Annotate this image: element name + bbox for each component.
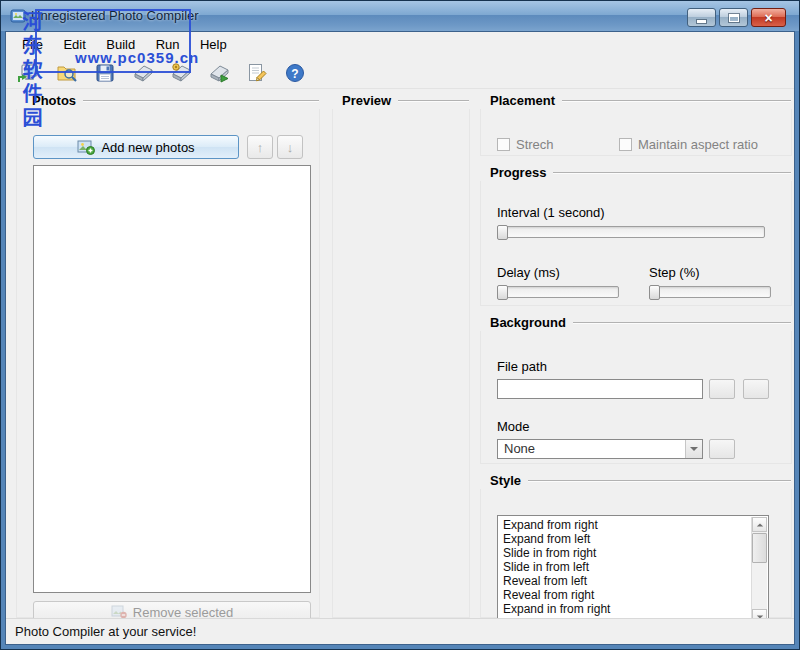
aspect-ratio-label: Maintain aspect ratio	[638, 137, 758, 152]
menu-file[interactable]: File	[14, 35, 51, 54]
mode-dropdown[interactable]: None	[497, 439, 703, 459]
close-button[interactable]: ×	[751, 8, 786, 27]
photos-title: Photos	[26, 93, 76, 108]
interval-slider-thumb[interactable]	[497, 225, 508, 240]
delay-slider-groove	[497, 286, 619, 298]
help-icon: ?	[284, 62, 306, 84]
minimize-button[interactable]	[687, 8, 716, 27]
background-body: File path Mode None	[480, 331, 792, 464]
svg-text:?: ?	[291, 66, 298, 80]
style-list-item[interactable]: Reveal from left	[499, 574, 750, 588]
divider	[528, 480, 791, 482]
help-button[interactable]: ?	[280, 59, 310, 87]
add-photos-button[interactable]: Add new photos	[33, 135, 239, 159]
run-button[interactable]	[204, 59, 234, 87]
scrollbar-thumb[interactable]	[752, 533, 767, 563]
step-label: Step (%)	[649, 265, 700, 280]
compile-settings-icon	[170, 62, 192, 84]
style-list-item[interactable]: Reveal from right	[499, 588, 750, 602]
divider	[83, 100, 319, 102]
move-up-icon: ↑	[257, 140, 264, 155]
step-slider-groove	[649, 286, 771, 298]
status-text: Photo Compiler at your service!	[15, 624, 196, 639]
maximize-button[interactable]	[719, 8, 748, 27]
style-rows: Expand from right Expand from left Slide…	[499, 518, 750, 626]
style-title: Style	[490, 473, 521, 488]
style-list-item[interactable]: Slide in from left	[499, 560, 750, 574]
browse-file-button[interactable]	[709, 379, 735, 399]
client-area: File Edit Build Run Help	[5, 31, 795, 645]
edit-settings-button[interactable]	[242, 59, 272, 87]
divider	[553, 172, 791, 174]
placement-body: Strech Maintain aspect ratio	[480, 109, 792, 156]
menu-help[interactable]: Help	[192, 35, 235, 54]
export-screen-icon	[18, 62, 40, 84]
save-button[interactable]	[90, 59, 120, 87]
delay-slider-thumb[interactable]	[497, 285, 508, 300]
menu-run[interactable]: Run	[148, 35, 188, 54]
photos-listbox[interactable]	[33, 165, 311, 593]
move-down-icon: ↓	[287, 140, 294, 155]
open-folder-button[interactable]	[52, 59, 82, 87]
divider	[573, 322, 791, 324]
preview-title: Preview	[342, 93, 391, 108]
photos-body: Add new photos ↑ ↓ Remove selecte	[16, 109, 320, 618]
export-screen-button[interactable]	[14, 59, 44, 87]
background-panel: Background File path Mode None	[480, 314, 792, 464]
compile-icon	[132, 62, 154, 84]
progress-body: Interval (1 second) Delay (ms) Step (%)	[480, 181, 792, 306]
close-icon: ×	[764, 11, 772, 25]
menu-build[interactable]: Build	[98, 35, 143, 54]
preview-body	[332, 109, 470, 618]
maximize-icon	[729, 14, 739, 22]
run-icon	[208, 62, 230, 84]
clear-file-button[interactable]	[743, 379, 769, 399]
style-list-item[interactable]: Expand from left	[499, 532, 750, 546]
stretch-checkbox[interactable]	[497, 138, 510, 151]
dropdown-arrow-box[interactable]	[685, 440, 702, 458]
menu-bar: File Edit Build Run Help	[6, 32, 794, 57]
mode-apply-button[interactable]	[709, 439, 735, 459]
add-photo-icon	[77, 139, 95, 155]
minimize-icon	[697, 20, 706, 23]
move-up-button[interactable]: ↑	[247, 135, 273, 159]
style-body: Expand from right Expand from left Slide…	[480, 489, 792, 618]
placement-panel: Placement Strech Maintain aspect ratio	[480, 92, 792, 156]
compile-button[interactable]	[128, 59, 158, 87]
compile-settings-button[interactable]	[166, 59, 196, 87]
aspect-ratio-checkbox[interactable]	[619, 138, 632, 151]
style-list-item[interactable]: Expand from right	[499, 518, 750, 532]
delay-slider[interactable]	[497, 285, 619, 300]
style-panel: Style Expand from right Expand from left…	[480, 472, 792, 618]
delay-label: Delay (ms)	[497, 265, 560, 280]
preview-panel: Preview	[332, 92, 470, 618]
background-title: Background	[490, 315, 566, 330]
step-slider-thumb[interactable]	[649, 285, 660, 300]
placement-title: Placement	[490, 93, 555, 108]
interval-slider[interactable]	[497, 225, 765, 240]
stretch-label: Strech	[516, 137, 554, 152]
style-list-item[interactable]: Expand in from right	[499, 602, 750, 616]
folder-search-icon	[56, 62, 78, 84]
style-listbox[interactable]: Expand from right Expand from left Slide…	[497, 515, 769, 626]
chevron-down-icon	[690, 447, 698, 451]
move-down-button[interactable]: ↓	[277, 135, 303, 159]
status-bar: Photo Compiler at your service!	[6, 618, 794, 644]
file-path-input[interactable]	[497, 379, 703, 399]
interval-label: Interval (1 second)	[497, 205, 605, 220]
style-list-item[interactable]: Slide in from right	[499, 546, 750, 560]
interval-slider-groove	[497, 226, 765, 238]
progress-panel: Progress Interval (1 second) Delay (ms) …	[480, 164, 792, 306]
title-bar: Unregistered Photo Compiler ×	[1, 1, 799, 31]
save-icon	[94, 62, 116, 84]
scroll-up-button[interactable]	[752, 517, 767, 532]
progress-title: Progress	[490, 165, 546, 180]
step-slider[interactable]	[649, 285, 771, 300]
menu-edit[interactable]: Edit	[55, 35, 93, 54]
file-path-label: File path	[497, 359, 547, 374]
app-icon	[10, 8, 26, 24]
triangle-up-icon	[756, 523, 762, 526]
style-scrollbar[interactable]	[751, 517, 767, 624]
mode-value: None	[504, 441, 535, 456]
window-title: Unregistered Photo Compiler	[31, 8, 199, 23]
